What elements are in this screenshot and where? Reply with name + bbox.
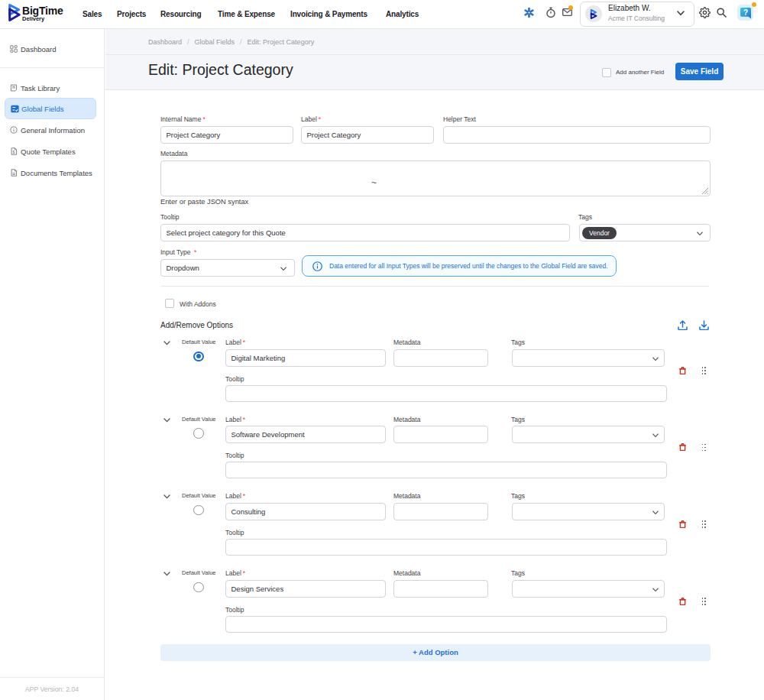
- svg-text:$: $: [13, 150, 15, 154]
- svg-text:?: ?: [743, 8, 748, 17]
